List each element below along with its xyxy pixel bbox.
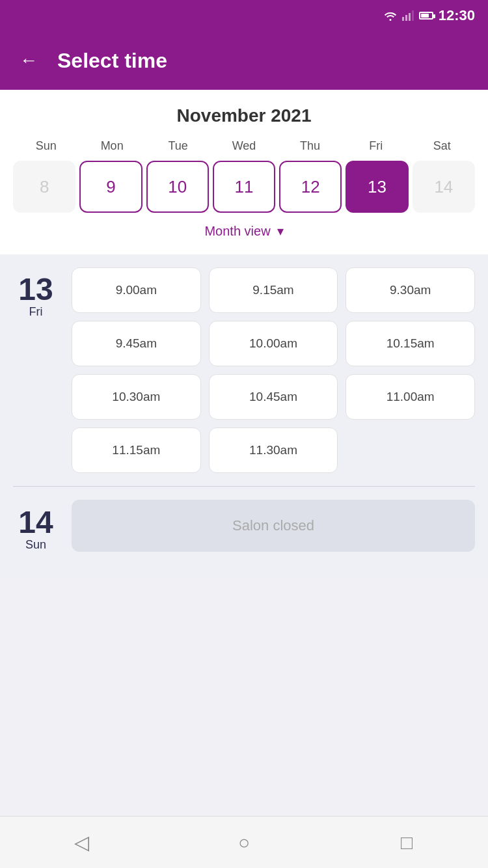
chevron-down-icon: ▾: [277, 223, 284, 239]
day-8: 8: [13, 161, 75, 213]
weekday-row: Sun Mon Tue Wed Thu Fri Sat: [13, 139, 475, 153]
time-slot-1100[interactable]: 11.00am: [346, 374, 475, 420]
time-slot-1015[interactable]: 10.15am: [346, 321, 475, 366]
weekday-thu: Thu: [277, 139, 343, 153]
nav-back-button[interactable]: ◁: [65, 826, 98, 859]
day-13-number: 13: [18, 274, 53, 305]
weekday-mon: Mon: [79, 139, 144, 153]
status-time: 12:30: [439, 7, 475, 24]
day-14-number: 14: [18, 507, 53, 538]
time-slot-930[interactable]: 9.30am: [346, 267, 475, 313]
day-14-name: Sun: [25, 538, 46, 552]
weekday-fri: Fri: [343, 139, 409, 153]
day-13-block: 13 Fri 9.00am 9.15am 9.30am 9.45am 10.00…: [13, 267, 475, 473]
month-view-label: Month view: [204, 224, 270, 239]
time-slot-1115[interactable]: 11.15am: [72, 427, 201, 473]
day-13-slots: 9.00am 9.15am 9.30am 9.45am 10.00am 10.1…: [72, 267, 475, 473]
header: ← Select time: [0, 31, 488, 90]
time-slot-1030[interactable]: 10.30am: [72, 374, 201, 420]
day-10[interactable]: 10: [146, 161, 209, 213]
day-13-label: 13 Fri: [13, 267, 59, 473]
time-slot-1000[interactable]: 10.00am: [209, 321, 338, 366]
svg-rect-0: [402, 17, 404, 21]
time-slot-915[interactable]: 9.15am: [209, 267, 338, 313]
section-divider: [13, 486, 475, 487]
time-slot-1130[interactable]: 11.30am: [209, 427, 338, 473]
day-13-name: Fri: [29, 305, 43, 319]
back-button[interactable]: ←: [20, 50, 38, 71]
day-12[interactable]: 12: [279, 161, 342, 213]
nav-recent-button[interactable]: □: [390, 826, 423, 859]
svg-rect-3: [412, 10, 414, 21]
day-14-label: 14 Sun: [13, 500, 59, 552]
day-13[interactable]: 13: [346, 161, 408, 213]
time-slot-945[interactable]: 9.45am: [72, 321, 201, 366]
day-14: 14: [413, 161, 475, 213]
page-title: Select time: [57, 49, 167, 73]
nav-home-button[interactable]: ○: [228, 826, 260, 859]
status-icons: 12:30: [384, 7, 475, 24]
time-slot-900[interactable]: 9.00am: [72, 267, 201, 313]
month-view-toggle[interactable]: Month view ▾: [13, 213, 475, 244]
time-slot-1045[interactable]: 10.45am: [209, 374, 338, 420]
weekday-tue: Tue: [145, 139, 211, 153]
status-bar: 12:30: [0, 0, 488, 31]
weekday-sun: Sun: [13, 139, 79, 153]
day-9[interactable]: 9: [79, 161, 142, 213]
time-section: 13 Fri 9.00am 9.15am 9.30am 9.45am 10.00…: [0, 254, 488, 578]
weekday-sat: Sat: [409, 139, 475, 153]
salon-closed-box: Salon closed: [72, 500, 475, 552]
salon-closed-text: Salon closed: [232, 517, 314, 534]
days-row: 8 9 10 11 12 13 14: [13, 161, 475, 213]
svg-rect-2: [409, 13, 411, 21]
month-title: November 2021: [13, 105, 475, 126]
day-14-block: 14 Sun Salon closed: [13, 500, 475, 552]
battery-icon: [419, 12, 433, 20]
weekday-wed: Wed: [211, 139, 277, 153]
svg-rect-1: [405, 15, 407, 21]
calendar-section: November 2021 Sun Mon Tue Wed Thu Fri Sa…: [0, 90, 488, 254]
signal-icon: [402, 10, 414, 21]
wifi-icon: [384, 10, 397, 21]
day-11[interactable]: 11: [213, 161, 275, 213]
bottom-nav: ◁ ○ □: [0, 816, 488, 868]
